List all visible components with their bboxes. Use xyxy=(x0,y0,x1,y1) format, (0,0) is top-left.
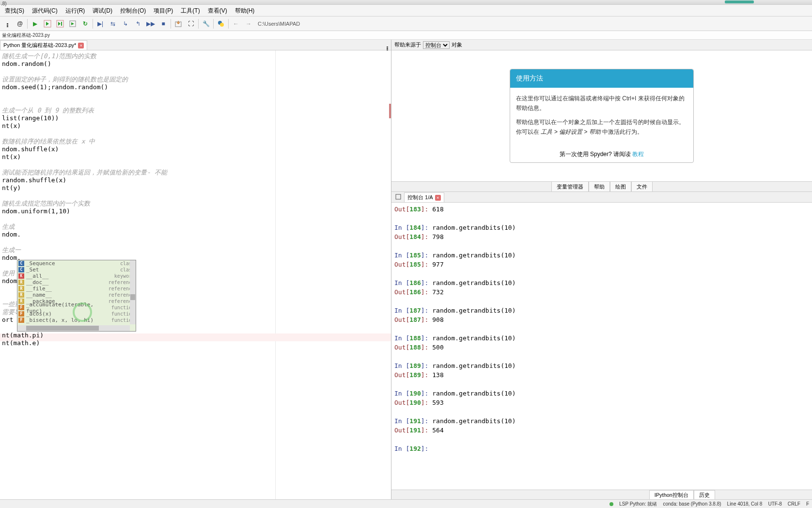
autocomplete-popup[interactable]: C_SequenceclassC_SetclassK__all__keyword… xyxy=(17,260,136,332)
help-text-1: 在这里你可以通过在编辑器或者终端中按 Ctrl+I 来获得任何对象的帮助信息。 xyxy=(516,94,687,113)
status-rw: F xyxy=(806,501,809,507)
menu-item[interactable]: 运行(R) xyxy=(62,5,89,17)
step-out-icon[interactable]: ↰ xyxy=(132,17,144,30)
nav-forward-icon[interactable]: → xyxy=(242,17,255,30)
run-cell-icon[interactable] xyxy=(41,17,54,30)
menu-icon[interactable] xyxy=(1,17,14,30)
menu-bar: 查找(S)源代码(C)运行(R)调试(D)控制台(O)项目(P)工具(T)查看(… xyxy=(0,5,812,16)
nav-back-icon[interactable]: ← xyxy=(230,17,242,30)
autocomplete-item[interactable]: F_bisect(a, x, lo, hi)function xyxy=(17,317,136,323)
help-object-label: 对象 xyxy=(452,41,462,48)
help-body: 使用方法 在这里你可以通过在编辑器或者终端中按 Ctrl+I 来获得任何对象的帮… xyxy=(391,50,812,181)
console-pane: 控制台 1/A × Out[183]: 618 In [184]: random… xyxy=(391,192,812,499)
console-output[interactable]: Out[183]: 618 In [184]: random.getrandbi… xyxy=(391,203,812,490)
close-icon[interactable]: × xyxy=(435,195,441,201)
menu-item[interactable]: 控制台(O) xyxy=(116,5,150,17)
svg-rect-7 xyxy=(396,194,401,199)
help-card-title: 使用方法 xyxy=(510,69,693,88)
right-tab[interactable]: 文件 xyxy=(631,182,653,191)
right-tab[interactable]: 帮助 xyxy=(589,182,610,191)
status-lsp: LSP Python: 就绪 xyxy=(619,501,657,508)
autocomplete-item[interactable]: R__name__reference xyxy=(17,292,136,298)
editor-tab[interactable]: Python 量化编程基础-2023.py* × xyxy=(0,40,87,50)
python-icon[interactable] xyxy=(215,17,227,30)
right-pane: 帮助来源于 控制台 对象 使用方法 在这里你可以通过在编辑器或者终端中按 Ctr… xyxy=(391,40,812,499)
console-bottom-tab[interactable]: IPython控制台 xyxy=(649,490,694,499)
autocomplete-item[interactable]: F_acos(x)function xyxy=(17,311,136,317)
status-bar: LSP Python: 就绪 conda: base (Python 3.8.8… xyxy=(0,499,812,508)
run-icon[interactable]: ▶ xyxy=(29,17,41,30)
title-bar: .8) xyxy=(0,0,812,5)
run-cell-advance-icon[interactable] xyxy=(54,17,66,30)
menu-item[interactable]: 查找(S) xyxy=(1,5,28,17)
help-footer: 第一次使用 Spyder? 请阅读 教程 xyxy=(510,146,693,162)
status-eol: CRLF xyxy=(788,501,800,507)
step-in-icon[interactable]: ↳ xyxy=(119,17,132,30)
import-icon[interactable] xyxy=(172,17,185,30)
help-source-label: 帮助来源于 xyxy=(394,41,421,48)
console-tab[interactable]: 控制台 1/A × xyxy=(404,192,444,202)
autocomplete-item[interactable]: F_accumulate(iterable, func)function xyxy=(17,304,136,311)
close-icon[interactable]: × xyxy=(78,43,84,48)
scrollbar-horizontal[interactable] xyxy=(17,325,130,331)
menu-item[interactable]: 源代码(C) xyxy=(28,5,62,17)
scrollbar-vertical[interactable] xyxy=(130,260,136,324)
menu-item[interactable]: 查看(V) xyxy=(204,5,231,17)
status-dot-icon xyxy=(609,502,613,506)
right-tab[interactable]: 绘图 xyxy=(610,182,631,191)
settings-icon[interactable]: 🔧 xyxy=(200,17,212,30)
menu-item[interactable]: 帮助(H) xyxy=(231,5,259,17)
step-over-icon[interactable]: ⇆ xyxy=(107,17,119,30)
stop-icon[interactable]: ■ xyxy=(157,17,170,30)
help-header: 帮助来源于 控制台 对象 xyxy=(391,40,812,50)
toolbar: @ ▶ ↻ ▶| ⇆ ↳ ↰ ▶▶ ■ ⛶ 🔧 ← → C:\Users\MIA… xyxy=(0,16,812,31)
console-bottom-tabs: IPython控制台历史 xyxy=(391,490,812,499)
status-encoding: UTF-8 xyxy=(768,501,781,507)
help-text-2: 帮助信息可以在一个对象之后加上一个左圆括号的时候自动显示。你可以在 工具 > 偏… xyxy=(516,117,687,137)
help-card: 使用方法 在这里你可以通过在编辑器或者终端中按 Ctrl+I 来获得任何对象的帮… xyxy=(510,69,694,163)
svg-rect-2 xyxy=(61,22,62,26)
tab-menu-icon[interactable] xyxy=(384,41,391,50)
console-bottom-tab[interactable]: 历史 xyxy=(694,490,715,499)
editor-tabs: Python 量化编程基础-2023.py* × xyxy=(0,40,391,50)
console-tabs: 控制台 1/A × xyxy=(391,192,812,203)
working-dir: C:\Users\MIAPAD xyxy=(258,21,300,27)
menu-item[interactable]: 项目(P) xyxy=(150,5,177,17)
menu-item[interactable]: 工具(T) xyxy=(177,5,203,17)
debug-icon[interactable]: ▶| xyxy=(94,17,107,30)
autocomplete-item[interactable]: K__all__keyword xyxy=(17,273,136,279)
tab-label: Python 量化编程基础-2023.py* xyxy=(3,42,76,49)
at-icon[interactable]: @ xyxy=(14,17,26,30)
run-selection-icon[interactable] xyxy=(66,17,79,30)
tutorial-link[interactable]: 教程 xyxy=(632,151,644,158)
progress-indicator xyxy=(725,0,754,3)
autocomplete-item[interactable]: R__file__reference xyxy=(17,286,136,292)
console-menu-icon[interactable] xyxy=(394,193,402,202)
breadcrumb: 量化编程基础-2023.py xyxy=(0,31,812,40)
rerun-icon[interactable]: ↻ xyxy=(79,17,92,30)
right-tab[interactable]: 变量管理器 xyxy=(551,182,589,191)
autocomplete-item[interactable]: C_Sequenceclass xyxy=(17,260,136,267)
continue-icon[interactable]: ▶▶ xyxy=(144,17,157,30)
svg-point-6 xyxy=(220,23,224,27)
code-editor[interactable]: 随机生成一个[0,1)范围内的实数 ndom.random() 设置固定的种子，… xyxy=(0,50,391,499)
autocomplete-item[interactable]: C_Setclass xyxy=(17,267,136,273)
status-conda[interactable]: conda: base (Python 3.8.8) xyxy=(663,501,721,507)
right-tab-bar: 变量管理器帮助绘图文件 xyxy=(391,181,812,192)
menu-item[interactable]: 调试(D) xyxy=(89,5,116,17)
autocomplete-item[interactable]: R__doc__reference xyxy=(17,279,136,286)
help-source-select[interactable]: 控制台 xyxy=(423,41,450,49)
maximize-icon[interactable]: ⛶ xyxy=(185,17,197,30)
status-position: Line 4018, Col 8 xyxy=(727,501,763,507)
editor-pane: Python 量化编程基础-2023.py* × 随机生成一个[0,1)范围内的… xyxy=(0,40,391,499)
